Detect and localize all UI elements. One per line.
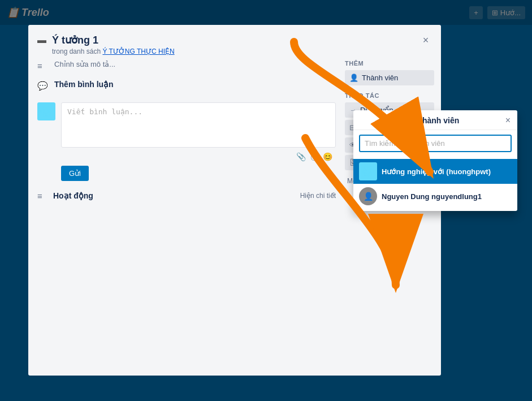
thanh-vien-popup: Thành viên × Hướng nghiệp với (huonghpwt… xyxy=(353,110,517,211)
send-button[interactable]: Gửi xyxy=(61,166,89,181)
react-icon-small xyxy=(40,105,53,118)
popup-close-button[interactable]: × xyxy=(505,116,511,125)
member-info-0: Hướng nghiệp với (huonghpwt) xyxy=(382,167,491,176)
modal-header: ▬ Ý tưởng 1 trong danh sách Ý TƯỞNG THỰC… xyxy=(28,25,441,60)
popup-header: Thành viên × xyxy=(353,110,517,130)
comment-input-section: 📎 @ 😊 Gửi xyxy=(37,102,336,181)
activity-icon: ≡ xyxy=(37,191,49,201)
thanh-vien-label: Thành viên xyxy=(362,74,398,82)
member-name-0: Hướng nghiệp với (huonghpwt) xyxy=(382,167,491,176)
member-avatar-1: 👤 xyxy=(359,187,377,205)
modal-main: ≡ Chỉnh sửa mô tả... 💬 Thêm bình luận xyxy=(28,60,345,215)
thao-tac-title: Thao tác xyxy=(345,92,434,99)
member-avatar-0 xyxy=(359,162,377,180)
edit-description-link[interactable]: Chỉnh sửa mô tả... xyxy=(54,60,115,68)
show-detail-link[interactable]: Hiện chi tiết xyxy=(300,192,336,200)
member-icon: 👤 xyxy=(349,74,358,82)
activity-title: Hoạt động xyxy=(53,191,93,200)
member-list: Hướng nghiệp với (huonghpwt) 👤 Nguyen Du… xyxy=(353,157,517,211)
user-avatar xyxy=(37,102,55,120)
attachment-icon[interactable]: 📎 xyxy=(296,152,306,161)
emoji-icon[interactable]: 😊 xyxy=(323,152,332,161)
popup-title: Thành viên xyxy=(371,116,505,125)
member-search-input[interactable] xyxy=(359,135,512,152)
comment-icon: 💬 xyxy=(37,81,49,91)
them-section: Thêm 👤 Thành viên xyxy=(345,60,434,85)
activity-section-left: ≡ Hoạt động xyxy=(37,190,93,201)
member-item-0[interactable]: Hướng nghiệp với (huonghpwt) xyxy=(353,159,517,184)
comment-toolbar: 📎 @ 😊 xyxy=(61,152,336,161)
popup-search-area xyxy=(353,130,517,157)
activity-header: ≡ Hoạt động Hiện chi tiết xyxy=(37,190,336,201)
description-icon: ≡ xyxy=(37,61,49,71)
member-item-1[interactable]: 👤 Nguyen Dung nguyendlung1 xyxy=(353,184,517,209)
modal-close-button[interactable]: × xyxy=(417,32,434,49)
card-subtitle: trong danh sách Ý TƯỞNG THỰC HIỆN xyxy=(52,48,175,55)
react-icon-popup xyxy=(361,165,375,178)
description-section: ≡ Chỉnh sửa mô tả... xyxy=(37,60,336,71)
modal-header-content: Ý tưởng 1 trong danh sách Ý TƯỞNG THỰC H… xyxy=(52,34,175,55)
them-title: Thêm xyxy=(345,60,434,67)
subtitle-prefix: trong danh sách xyxy=(52,48,101,55)
comment-header-section: 💬 Thêm bình luận xyxy=(37,80,336,93)
member-name-1: Nguyen Dung nguyendlung1 xyxy=(382,192,482,201)
mention-icon[interactable]: @ xyxy=(310,152,318,161)
comment-input-area: 📎 @ 😊 Gửi xyxy=(61,102,336,181)
comment-section-title: Thêm bình luận xyxy=(54,80,114,89)
card-icon: ▬ xyxy=(37,35,46,45)
list-name-link[interactable]: Ý TƯỞNG THỰC HIỆN xyxy=(102,48,174,55)
member-info-1: Nguyen Dung nguyendlung1 xyxy=(382,192,482,201)
thanh-vien-button[interactable]: 👤 Thành viên xyxy=(345,70,434,85)
card-title: Ý tưởng 1 xyxy=(52,34,175,46)
comment-textarea[interactable] xyxy=(61,102,336,148)
